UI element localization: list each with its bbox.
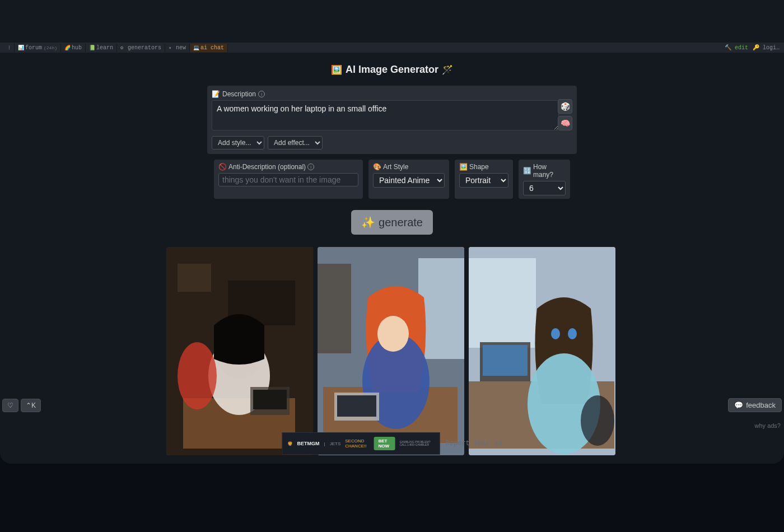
shape-select[interactable]: Portrait: [459, 173, 508, 188]
palette-icon: 🎨: [373, 163, 381, 171]
ad-banner[interactable]: 🦁 BETMGM | JETS SECOND CHANCE!! BET NOW …: [282, 432, 440, 455]
svg-rect-7: [253, 390, 287, 409]
hub-icon: 🌈: [64, 45, 70, 50]
add-effect-select[interactable]: Add effect...: [268, 136, 323, 150]
anti-description-group: 🚫 Anti-Description (optional) i: [214, 160, 363, 199]
key-icon: 🔑: [753, 45, 759, 51]
speech-icon: 💬: [734, 401, 743, 409]
info-icon[interactable]: i: [258, 91, 265, 97]
how-many-group: 🔢 How many? 6: [519, 160, 570, 199]
description-input[interactable]: A women working on her laptop in an smal…: [212, 100, 559, 130]
frame-icon: 🖼️: [459, 163, 468, 171]
anti-description-input[interactable]: [218, 173, 358, 186]
ad-logo-icon: 🦁: [287, 441, 293, 446]
svg-point-25: [551, 328, 560, 339]
nav-label: ai chat: [200, 45, 224, 51]
nav-bar: ⫶ 📊 forum (24h) 🌈 hub 📗 learn ⚙ generato…: [0, 43, 784, 53]
login-label: logi…: [763, 45, 780, 51]
anime-illustration-2: [318, 247, 464, 455]
options-row: 🚫 Anti-Description (optional) i 🎨 Art St…: [207, 160, 577, 199]
ad-divider: |: [324, 441, 325, 446]
results-grid: [166, 247, 618, 455]
feedback-button[interactable]: 💬 feedback: [728, 398, 782, 412]
generate-label: generate: [379, 216, 423, 229]
nav-label: new: [176, 45, 186, 51]
nav-item-new[interactable]: ✦ new: [165, 44, 190, 52]
nav-item-learn[interactable]: 📗 learn: [86, 44, 117, 52]
art-style-group: 🎨 Art Style Painted Anime: [368, 160, 449, 199]
signal-icon: ⫶: [8, 44, 11, 51]
info-icon[interactable]: i: [307, 164, 314, 170]
ad-brand: BETMGM: [297, 441, 320, 446]
learn-icon: 📗: [89, 45, 95, 50]
brain-icon: 🧠: [561, 119, 570, 128]
shortcut-button[interactable]: ⌃K: [21, 399, 41, 412]
brain-button[interactable]: 🧠: [558, 116, 572, 130]
app-frame: ⫶ 📊 forum (24h) 🌈 hub 📗 learn ⚙ generato…: [0, 0, 784, 464]
svg-rect-22: [483, 345, 528, 376]
generate-button[interactable]: ✨ generate: [351, 210, 433, 235]
why-ads-link[interactable]: why ads?: [755, 422, 781, 429]
nav-label: generators: [128, 45, 161, 51]
svg-rect-16: [337, 395, 376, 417]
shape-label: 🖼️ Shape: [459, 163, 508, 171]
svg-point-27: [581, 395, 614, 446]
shape-group: 🖼️ Shape Portrait: [455, 160, 513, 199]
nav-label: forum: [25, 45, 42, 51]
svg-point-17: [377, 316, 409, 352]
art-style-select[interactable]: Painted Anime: [373, 173, 445, 188]
art-style-label-text: Art Style: [383, 163, 408, 171]
result-image-1[interactable]: [166, 247, 313, 455]
nav-item-hub[interactable]: 🌈 hub: [61, 44, 86, 52]
ad-tagline: SECOND CHANCE!!: [345, 438, 369, 449]
ad-sub: JETS: [330, 441, 341, 446]
how-many-select[interactable]: 6: [523, 181, 566, 195]
title-text: AI Image Generator: [346, 64, 438, 76]
nav-item-ai-chat[interactable]: 💻 ai chat: [190, 44, 228, 52]
dice-button[interactable]: 🎲: [558, 99, 572, 114]
add-style-select[interactable]: Add style...: [212, 136, 264, 150]
description-label: 📝 Description i: [212, 90, 572, 98]
shortcut-label: ⌃K: [26, 402, 36, 409]
prohibited-icon: 🚫: [218, 163, 227, 171]
description-label-text: Description: [222, 90, 256, 98]
art-style-label: 🎨 Art Style: [373, 163, 445, 171]
generators-icon: ⚙: [120, 45, 126, 50]
sparkles-icon: ✨: [361, 216, 375, 229]
nav-item-generators[interactable]: ⚙ generators: [117, 44, 165, 52]
anti-label: 🚫 Anti-Description (optional) i: [218, 163, 358, 171]
hammer-icon: 🔨: [725, 45, 731, 51]
nav-count: (24h): [44, 45, 57, 50]
new-icon: ✦: [169, 45, 174, 50]
anime-illustration-3: [469, 247, 615, 455]
ad-cta-button[interactable]: BET NOW: [374, 437, 395, 450]
number-icon: 🔢: [523, 167, 531, 175]
result-image-2[interactable]: [318, 247, 464, 455]
ai-chat-icon: 💻: [193, 45, 199, 50]
page-title: 🖼️ AI Image Generator 🪄: [331, 64, 453, 76]
svg-rect-11: [318, 264, 351, 353]
nav-label: learn: [96, 45, 113, 51]
anti-label-text: Anti-Description (optional): [228, 163, 306, 171]
svg-rect-19: [469, 258, 536, 348]
nav-right: 🔨 edit 🔑 logi…: [725, 44, 780, 51]
nav-item-forum[interactable]: 📊 forum (24h): [15, 44, 61, 52]
forum-icon: 📊: [18, 45, 24, 50]
description-panel: 📝 Description i A women working on her l…: [207, 86, 577, 154]
memo-icon: 📝: [212, 90, 220, 98]
result-image-3[interactable]: [469, 247, 615, 455]
edit-label: edit: [735, 45, 748, 51]
heart-button[interactable]: ♡: [2, 399, 18, 412]
how-many-label-text: How many?: [533, 163, 566, 179]
dice-icon: 🎲: [561, 102, 570, 111]
report-ad-link[interactable]: Report this ad: [446, 440, 502, 447]
how-many-label: 🔢 How many?: [523, 163, 566, 179]
shape-label-text: Shape: [469, 163, 489, 171]
ad-bar: 🦁 BETMGM | JETS SECOND CHANCE!! BET NOW …: [282, 432, 502, 455]
nav-label: hub: [72, 45, 82, 51]
nav-signal-icon[interactable]: ⫶: [4, 43, 15, 52]
nav-edit-link[interactable]: 🔨 edit: [725, 44, 748, 51]
svg-rect-1: [178, 264, 211, 292]
nav-login-link[interactable]: 🔑 logi…: [753, 44, 780, 51]
nav-left: ⫶ 📊 forum (24h) 🌈 hub 📗 learn ⚙ generato…: [4, 43, 228, 52]
